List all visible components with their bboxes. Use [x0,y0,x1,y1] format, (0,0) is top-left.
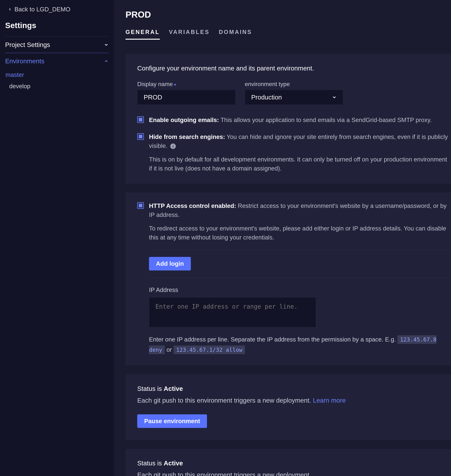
status-card-2: Status is Active Each git push to this e… [125,449,451,476]
sidebar: Back to LGD_DEMO Settings Project Settin… [0,0,114,476]
http-access-note: To redirect access to your environment's… [149,224,451,242]
http-access-checkbox[interactable] [137,202,144,209]
main-content: PROD GENERAL VARIABLES DOMAINS Configure… [114,0,451,476]
status-line: Status is Active [137,459,439,467]
env-item-develop[interactable]: develop [5,81,109,92]
back-label: Back to LGD_DEMO [14,6,70,13]
sidebar-item-label: Environments [5,57,44,65]
enable-emails-text: Enable outgoing emails: This allows your… [149,115,432,125]
env-type-label: environment type [245,81,343,88]
back-link[interactable]: Back to LGD_DEMO [0,5,114,17]
pause-environment-button[interactable]: Pause environment [137,414,207,428]
page-title: PROD [114,10,451,20]
tab-general[interactable]: GENERAL [125,29,160,40]
divider [149,249,451,250]
display-name-label: Display name● [137,81,236,88]
status-value: Active [164,385,183,392]
status-line: Status is Active [137,385,439,392]
hide-search-note: This is on by default for all developmen… [149,155,451,173]
enable-emails-label: Enable outgoing emails: [149,117,219,123]
http-access-label: HTTP Access control enabled: [149,202,236,209]
access-card: HTTP Access control enabled: Restrict ac… [125,193,451,365]
status-desc: Each git push to this environment trigge… [137,396,439,405]
required-indicator: ● [173,82,176,87]
enable-emails-checkbox[interactable] [137,116,144,123]
hide-search-label: Hide from search engines: [149,133,225,140]
display-name-input[interactable] [137,90,236,105]
learn-more-link[interactable]: Learn more [313,397,346,404]
code-example-2: 123.45.67.1/32 allow [174,345,245,354]
sidebar-item-project-settings[interactable]: Project Settings [5,37,109,53]
tab-variables[interactable]: VARIABLES [169,29,210,40]
status-card-1: Status is Active Each git push to this e… [125,374,451,440]
enable-emails-desc: This allows your application to send ema… [220,117,432,123]
ip-address-textarea[interactable] [149,297,316,327]
env-type-select[interactable]: Production [245,90,343,105]
env-item-master[interactable]: master [5,69,109,81]
config-card: Configure your environment name and its … [125,54,451,184]
settings-heading: Settings [0,17,114,37]
sidebar-item-label: Project Settings [5,41,50,49]
ip-help-text: Enter one IP address per line. Separate … [149,334,451,355]
environments-list: master develop [5,69,109,94]
info-icon[interactable]: i [170,144,176,149]
tab-domains[interactable]: DOMAINS [219,29,252,40]
tabs: GENERAL VARIABLES DOMAINS [114,20,451,40]
status-desc: Each git push to this environment trigge… [137,470,439,476]
chevron-down-icon [332,95,337,100]
http-access-text: HTTP Access control enabled: Restrict ac… [149,201,451,355]
hide-search-text: Hide from search engines: You can hide a… [149,132,451,173]
env-type-value: Production [251,94,282,101]
chevron-up-icon [104,59,109,63]
chevron-left-icon [8,7,12,11]
hide-search-checkbox[interactable] [137,133,144,140]
config-intro: Configure your environment name and its … [137,65,451,72]
chevron-down-icon [104,42,109,47]
sidebar-item-environments[interactable]: Environments [5,53,109,69]
add-login-button[interactable]: Add login [149,257,191,270]
status-value: Active [164,459,183,467]
ip-address-label: IP Address [149,285,451,294]
